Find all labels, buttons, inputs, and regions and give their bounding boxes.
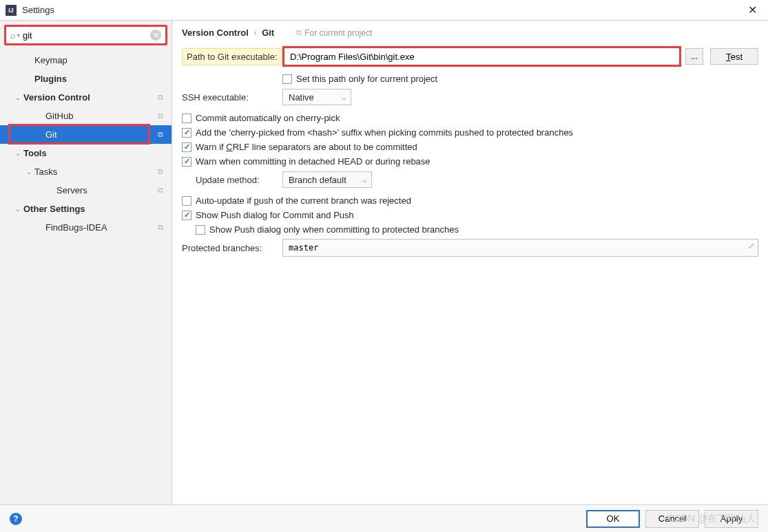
path-label: Path to Git executable:: [182, 48, 282, 65]
git-path-input[interactable]: [282, 46, 681, 67]
update-method-label: Update method:: [196, 175, 282, 185]
apply-button[interactable]: Apply: [705, 510, 758, 528]
settings-tree: KeymapPlugins⌄Version Control⧉GitHub⧉Git…: [0, 50, 172, 504]
search-dropdown-icon[interactable]: ▾: [17, 32, 20, 39]
checkbox-icon[interactable]: [196, 225, 205, 235]
copy-icon: ⧉: [158, 167, 163, 176]
search-icon: ⌕: [10, 30, 16, 41]
cancel-button[interactable]: Cancel: [645, 510, 699, 528]
close-icon[interactable]: ✕: [742, 3, 762, 17]
checkbox-show-push-protected[interactable]: Show Push dialog only when committing to…: [196, 224, 758, 235]
chevron-down-icon[interactable]: ⌄: [23, 169, 34, 175]
update-method-select[interactable]: Branch default: [282, 171, 372, 188]
browse-button[interactable]: ...: [685, 48, 703, 65]
main-panel: Version Control › Git ⧉ For current proj…: [172, 21, 768, 504]
search-box[interactable]: ⌕ ▾ ✕: [4, 25, 167, 45]
copy-icon: ⧉: [158, 111, 163, 120]
checkbox-icon[interactable]: [182, 157, 191, 167]
copy-icon: ⧉: [158, 130, 163, 139]
checkbox-icon[interactable]: [182, 142, 191, 152]
checkbox-cherry-auto[interactable]: Commit automatically on cherry-pick: [182, 113, 758, 123]
sidebar-item-github[interactable]: GitHub⧉: [0, 107, 172, 125]
copy-icon: ⧉: [158, 186, 163, 195]
sidebar-item-label: Other Settings: [23, 204, 166, 214]
scope-label: ⧉ For current project: [296, 28, 372, 38]
sidebar-item-git[interactable]: Git⧉: [0, 125, 172, 144]
ssh-select[interactable]: Native: [282, 89, 351, 105]
help-icon[interactable]: ?: [10, 513, 22, 525]
checkbox-icon[interactable]: [182, 211, 191, 220]
checkbox-detached-warn[interactable]: Warn when committing in detached HEAD or…: [182, 156, 758, 167]
sidebar-item-servers[interactable]: Servers⧉: [0, 181, 172, 200]
chevron-right-icon: ›: [254, 29, 256, 36]
copy-icon: ⧉: [158, 93, 163, 102]
checkbox-icon[interactable]: [182, 128, 191, 138]
checkbox-set-path-project[interactable]: Set this path only for current project: [282, 74, 758, 84]
test-button[interactable]: Test: [710, 48, 758, 65]
breadcrumb-parent[interactable]: Version Control: [182, 28, 249, 38]
window-title: Settings: [22, 5, 742, 15]
breadcrumb-current: Git: [262, 28, 274, 38]
clear-icon[interactable]: ✕: [150, 30, 161, 41]
checkbox-icon[interactable]: [182, 114, 191, 123]
ok-button[interactable]: OK: [586, 510, 640, 528]
sidebar-item-label: Keymap: [34, 55, 166, 65]
sidebar-item-plugins[interactable]: Plugins: [0, 70, 172, 88]
copy-icon: ⧉: [296, 28, 302, 37]
sidebar-item-version-control[interactable]: ⌄Version Control⧉: [0, 88, 172, 107]
sidebar-item-label: Tools: [23, 148, 166, 158]
footer: ? OK Cancel Apply: [0, 504, 768, 532]
checkbox-auto-update-push[interactable]: Auto-update if push of the current branc…: [182, 195, 758, 206]
sidebar-item-label: Plugins: [34, 74, 166, 84]
sidebar-item-tools[interactable]: ⌄Tools: [0, 144, 172, 162]
sidebar-item-label: Version Control: [23, 92, 158, 103]
sidebar-item-label: Git: [45, 129, 158, 140]
sidebar-item-tasks[interactable]: ⌄Tasks⧉: [0, 162, 172, 181]
checkbox-show-push-dialog[interactable]: Show Push dialog for Commit and Push: [182, 210, 758, 220]
sidebar-item-keymap[interactable]: Keymap: [0, 51, 172, 70]
sidebar-item-label: FindBugs-IDEA: [45, 222, 158, 233]
expand-icon[interactable]: ⤢: [748, 242, 754, 251]
sidebar: ⌕ ▾ ✕ KeymapPlugins⌄Version Control⧉GitH…: [0, 21, 172, 504]
sidebar-item-other-settings[interactable]: ⌄Other Settings: [0, 200, 172, 218]
sidebar-item-findbugs-idea[interactable]: FindBugs-IDEA⧉: [0, 218, 172, 237]
copy-icon: ⧉: [158, 223, 163, 232]
chevron-down-icon[interactable]: ⌄: [12, 206, 23, 213]
titlebar: IJ Settings ✕: [0, 0, 768, 21]
checkbox-crlf-warn[interactable]: Warn if CRLF line separators are about t…: [182, 142, 758, 152]
search-input[interactable]: [23, 30, 150, 41]
protected-branches-label: Protected branches:: [182, 243, 282, 253]
checkbox-icon[interactable]: [282, 74, 292, 84]
chevron-down-icon[interactable]: ⌄: [12, 150, 23, 157]
sidebar-item-label: GitHub: [45, 111, 158, 121]
breadcrumb: Version Control › Git ⧉ For current proj…: [172, 21, 768, 43]
protected-branches-input[interactable]: [282, 239, 758, 257]
checkbox-icon[interactable]: [182, 196, 191, 206]
chevron-down-icon[interactable]: ⌄: [12, 94, 23, 101]
app-icon: IJ: [6, 5, 17, 16]
sidebar-item-label: Tasks: [34, 167, 158, 177]
checkbox-cherry-suffix[interactable]: Add the 'cherry-picked from <hash>' suff…: [182, 127, 758, 138]
sidebar-item-label: Servers: [56, 185, 158, 195]
ssh-label: SSH executable:: [182, 92, 282, 103]
